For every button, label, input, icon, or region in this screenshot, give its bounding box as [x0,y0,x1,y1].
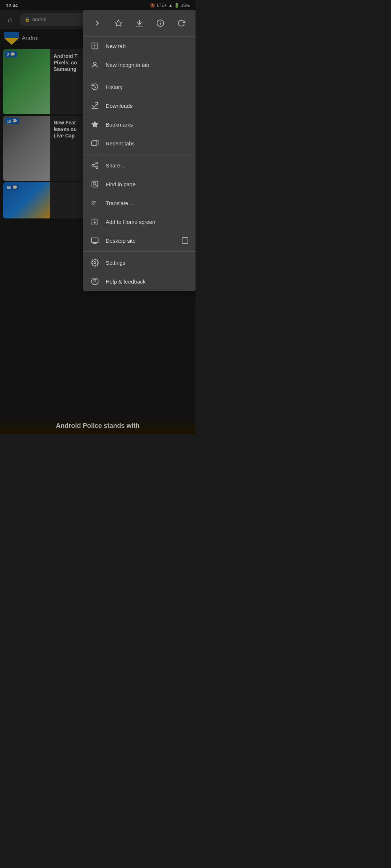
recent-tabs-icon [91,139,99,148]
menu-item-history[interactable]: History [83,77,196,96]
divider-1 [83,76,196,76]
download-button[interactable] [131,15,147,31]
translate-icon: G T [91,199,99,207]
svg-point-19 [96,167,98,169]
recent-tabs-label: Recent tabs [106,140,188,146]
svg-point-35 [94,283,95,284]
desktop-site-checkbox[interactable] [182,237,188,244]
desktop-site-icon [91,236,99,245]
bookmarks-icon [91,120,99,129]
svg-rect-28 [92,219,97,225]
svg-point-17 [96,162,98,164]
share-icon [91,161,99,170]
menu-item-help-feedback[interactable]: Help & feedback [83,272,196,291]
add-to-home-screen-label: Add to Home screen [106,219,188,225]
downloads-label: Downloads [106,103,188,109]
dropdown-menu: New tab New Incognito tab History [83,10,196,291]
bookmark-button[interactable] [110,15,126,31]
svg-rect-22 [92,181,98,187]
menu-item-recent-tabs[interactable]: Recent tabs [83,134,196,153]
bookmark-star-icon [114,19,122,27]
find-in-page-icon [91,180,99,188]
svg-line-21 [94,163,96,165]
svg-text:T: T [94,200,96,204]
menu-item-new-incognito-tab[interactable]: New Incognito tab [83,55,196,74]
incognito-icon [91,60,99,69]
menu-item-find-in-page[interactable]: Find in page [83,175,196,193]
svg-rect-30 [92,238,98,243]
share-label: Share… [106,162,188,169]
menu-item-desktop-site[interactable]: Desktop site [83,231,196,250]
desktop-site-label: Desktop site [106,238,175,244]
add-to-home-icon [91,217,99,226]
translate-label: Translate… [106,200,188,206]
menu-item-settings[interactable]: Settings [83,253,196,272]
divider-2 [83,154,196,154]
divider-3 [83,251,196,252]
svg-marker-3 [115,20,122,26]
svg-rect-16 [92,141,97,146]
downloads-icon [91,101,99,110]
help-icon [91,277,99,286]
info-button[interactable] [152,15,168,31]
new-incognito-tab-label: New Incognito tab [106,62,188,68]
svg-point-11 [93,62,96,65]
menu-toolbar [83,10,196,37]
help-feedback-label: Help & feedback [106,278,188,285]
bookmarks-label: Bookmarks [106,122,188,128]
download-icon [135,19,143,27]
info-icon [156,19,164,27]
history-label: History [106,84,188,90]
menu-item-bookmarks[interactable]: Bookmarks [83,115,196,134]
forward-icon [93,19,101,27]
svg-line-20 [94,166,96,167]
menu-item-add-to-home-screen[interactable]: Add to Home screen [83,212,196,231]
settings-icon [91,258,99,267]
reload-icon [177,19,185,27]
menu-item-share[interactable]: Share… [83,156,196,175]
svg-point-33 [94,261,96,264]
menu-item-translate[interactable]: G T Translate… [83,193,196,212]
new-tab-label: New tab [106,43,188,49]
forward-button[interactable] [89,15,105,31]
history-icon [91,82,99,91]
new-tab-icon [91,42,99,50]
svg-line-24 [96,185,97,186]
menu-item-downloads[interactable]: Downloads [83,96,196,115]
svg-marker-15 [92,121,98,127]
find-in-page-label: Find in page [106,181,188,187]
menu-item-new-tab[interactable]: New tab [83,37,196,55]
svg-point-18 [92,164,94,166]
reload-button[interactable] [173,15,189,31]
settings-label: Settings [106,260,188,266]
